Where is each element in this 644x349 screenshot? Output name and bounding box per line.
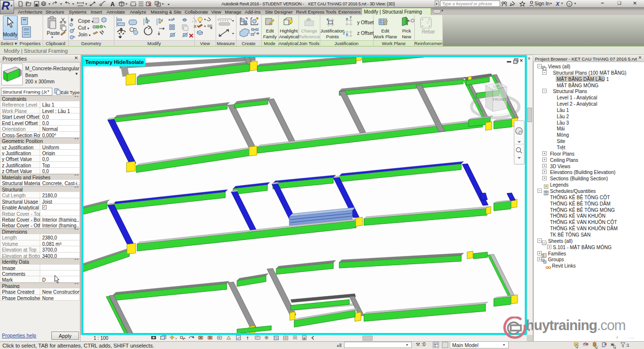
svg-text:?: ? (568, 2, 571, 7)
svg-text:A: A (110, 1, 115, 8)
svg-text:X: X (555, 1, 560, 7)
svg-text:FRONT: FRONT (493, 97, 506, 102)
svg-text:y: y (350, 15, 352, 19)
svg-text::1: :1 (626, 343, 629, 348)
